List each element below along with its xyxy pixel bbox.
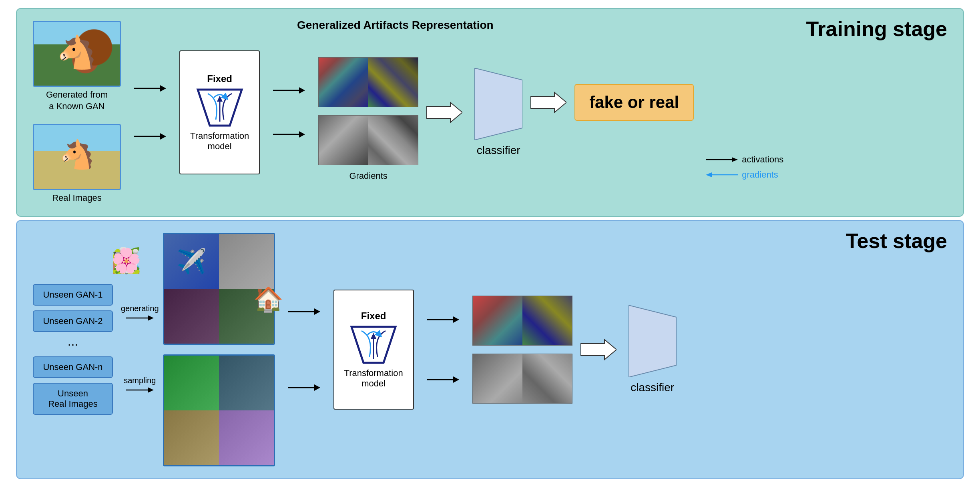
test-arrows-to-transform <box>281 274 327 426</box>
legend-section: activations gradients <box>706 154 783 204</box>
gan-item-2: Unseen GAN-2 <box>33 310 113 332</box>
svg-marker-5 <box>217 96 223 102</box>
training-transform-box: Fixed Transformation model <box>179 50 260 174</box>
test-gan-list: Unseen GAN-1 Unseen GAN-2 ··· Unseen GAN… <box>33 284 113 415</box>
test-img-8: 🌸 <box>219 410 274 465</box>
svg-marker-1 <box>160 85 166 92</box>
real-image <box>34 125 120 189</box>
real-image-label: Real Images <box>52 192 102 204</box>
test-gradient-patch-2 <box>472 354 572 404</box>
svg-marker-29 <box>453 376 459 383</box>
test-grad-2b <box>522 354 572 403</box>
test-gradients-column <box>472 296 572 404</box>
test-arrow-transform-2 <box>288 380 320 396</box>
generated-image-label: Generated from a Known GAN <box>46 89 108 112</box>
svg-marker-30 <box>580 340 617 360</box>
test-transform-fixed: Fixed <box>361 310 386 322</box>
training-result-column: fake or real <box>574 84 694 121</box>
generated-image-box <box>33 21 121 87</box>
test-image-grid-1: ✈️ 🏠 🛏️ 🏡 <box>163 233 275 345</box>
svg-marker-17 <box>148 315 154 321</box>
test-fat-arrow-to-classifier <box>580 338 617 362</box>
svg-marker-23 <box>314 384 320 391</box>
training-transform-fixed: Fixed <box>207 73 232 84</box>
svg-marker-3 <box>160 133 166 140</box>
fat-arrow-to-result <box>530 90 566 114</box>
svg-marker-19 <box>148 387 154 393</box>
test-stage-title: Test stage <box>846 229 947 253</box>
test-images-col: ✈️ 🏠 🛏️ 🏡 🐇 🌿 <box>163 233 275 466</box>
training-gradients-column: . Gradients <box>318 43 418 181</box>
diagram-container: Training stage Generalized Artifacts Rep… <box>16 8 964 492</box>
svg-marker-25 <box>371 333 376 339</box>
test-arrow-grad-1 <box>427 312 459 328</box>
test-gradient-patch-1 <box>472 296 572 346</box>
gradient-patch-1 <box>318 57 418 107</box>
training-classifier-shape <box>474 68 522 140</box>
test-grad-1a <box>473 296 522 345</box>
svg-marker-21 <box>314 308 320 315</box>
svg-marker-15 <box>706 172 712 177</box>
test-classifier-section: classifier <box>629 305 677 394</box>
gar-title: Generalized Artifacts Representation <box>297 19 494 32</box>
test-img-5: 🐇 <box>164 356 219 410</box>
training-funnel-svg <box>196 88 244 128</box>
training-input-column: Generated from a Known GAN Real Images <box>33 21 121 204</box>
training-stage-title: Training stage <box>806 17 947 41</box>
test-arrow-grad-2 <box>427 372 459 388</box>
gradient-patch-2 <box>318 115 418 165</box>
training-panel: Training stage Generalized Artifacts Rep… <box>16 8 964 217</box>
svg-marker-10 <box>426 102 462 122</box>
grad-1b <box>368 58 418 107</box>
test-funnel-svg <box>349 325 398 365</box>
arrow-to-transform-2 <box>134 128 166 144</box>
test-classifier-shape <box>629 305 677 377</box>
generating-arrow: generating <box>121 304 159 323</box>
gradients-label: Gradients <box>349 171 387 181</box>
grad-1a <box>319 58 368 107</box>
legend-activations: activations <box>706 154 783 165</box>
gan-dots: ··· <box>33 337 113 352</box>
test-grad-2a <box>473 354 522 403</box>
training-classifier-label: classifier <box>477 144 520 157</box>
arrow-to-transform-1 <box>134 80 166 96</box>
test-transform-box: Fixed Transformation model <box>333 290 414 410</box>
arrow-to-grad-2 <box>273 126 305 142</box>
svg-marker-27 <box>453 316 459 323</box>
test-classifier-label: classifier <box>631 381 674 394</box>
fat-arrow-to-classifier <box>426 100 462 124</box>
test-img-1: ✈️ <box>164 234 219 289</box>
test-arrows-to-grad <box>420 290 466 410</box>
svg-marker-11 <box>530 92 566 112</box>
unseen-real: Unseen Real Images <box>33 383 113 415</box>
test-arrow-transform-1 <box>288 304 320 320</box>
svg-marker-7 <box>299 87 305 94</box>
training-transform-model-label: Transformation model <box>190 131 249 152</box>
training-classifier-section: classifier <box>474 68 522 157</box>
fake-or-real-label: fake or real <box>574 84 694 121</box>
gan-item-n: Unseen GAN-n <box>33 356 113 378</box>
caption: Figure 2. The overall pipeline of the pr… <box>16 490 897 492</box>
gan-item-1: Unseen GAN-1 <box>33 284 113 306</box>
test-arrow-labels: generating sampling <box>121 278 159 422</box>
real-image-box <box>33 124 121 190</box>
svg-marker-13 <box>732 157 738 162</box>
arrow-to-grad-1 <box>273 82 305 98</box>
test-img-6: 🌿 <box>219 356 274 410</box>
test-transform-model-label: Transformation model <box>344 368 403 389</box>
generated-image <box>34 22 120 86</box>
grad-2a <box>319 116 368 165</box>
test-grad-1b <box>522 296 572 345</box>
test-img-7: 🐩 <box>164 410 219 465</box>
legend-gradients: gradients <box>706 170 783 180</box>
grad-2b <box>368 116 418 165</box>
test-img-2: 🏠 <box>219 234 274 289</box>
sampling-arrow: sampling <box>121 376 159 395</box>
test-img-3: 🛏️ <box>164 289 219 344</box>
test-panel: Test stage Unseen GAN-1 Unseen GAN-2 ···… <box>16 220 964 479</box>
test-image-grid-2: 🐇 🌿 🐩 🌸 <box>163 354 275 466</box>
svg-marker-9 <box>299 131 305 138</box>
